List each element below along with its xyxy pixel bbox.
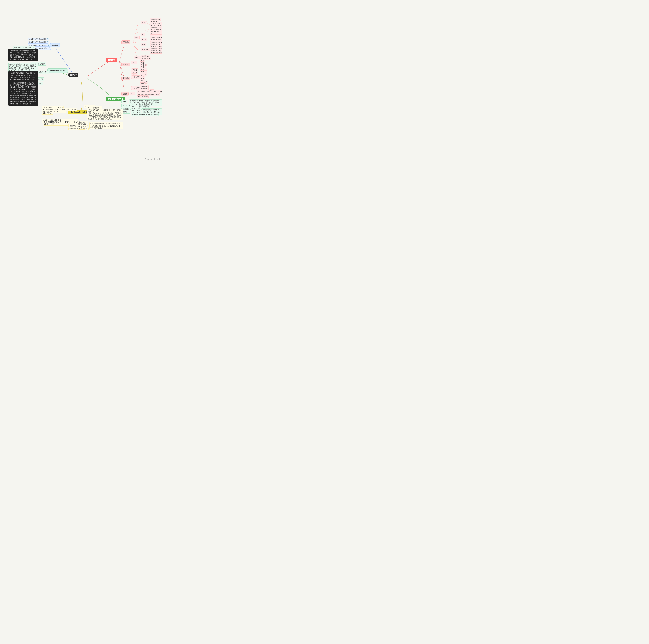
void-no-var: 不可以定义变量 xyxy=(137,95,148,98)
cpu-note: 存储模式取决于CPU硬件, 不取决于编译器 xyxy=(131,113,159,116)
ref-link-1[interactable]: 单精度浮点数转换为二进制 🔗 xyxy=(28,38,49,41)
svg-line-6 xyxy=(133,41,138,45)
long-long-type: long long xyxy=(141,48,150,51)
e-desc: 2^E表示阶数位 xyxy=(42,112,53,115)
void-types: 空类型 xyxy=(122,92,129,96)
float-storage-node: 浮点型在内存中的存储 xyxy=(69,110,89,114)
ieee-rule-3: 3 从内存中取出浮点数时, 指数E为全部0的情况 置为无穷小; 指数E为全部打出… xyxy=(87,116,123,120)
format-f-64: 格式符有%f, %f打印的是64位 🔗 xyxy=(13,46,36,49)
float-single-rule: 单精度浮点数 xyxy=(77,123,87,125)
construct-types: 构造类型 xyxy=(122,63,130,66)
svg-line-0 xyxy=(119,45,124,61)
float-store-rule: 存储规则 xyxy=(69,124,77,127)
center-node: 数据的存储 xyxy=(69,73,78,77)
yuanma: 原码 xyxy=(122,100,127,103)
svg-line-4 xyxy=(133,23,138,45)
mind-map-canvas: 数据的存储 参考链接 单精度浮点数转换为二进制 🔗 双精度浮点数转换为二进制 🔗… xyxy=(0,0,162,161)
void-keyword: void xyxy=(130,92,135,95)
long-type: long xyxy=(141,43,146,46)
svg-line-12 xyxy=(145,29,151,31)
ref-link-2[interactable]: 双精度浮点数转换为二进制 🔗 xyxy=(28,41,49,44)
printf-d-float-box: printf函数中所有float类型数据都会自动转化为double类型, 例如5… xyxy=(8,49,38,61)
printf-notes-node: printf函数打印注意点 xyxy=(47,69,68,73)
array-type: 数组 xyxy=(131,61,137,64)
printf-principle-box: printf 根据格式符来控制打印参数的多少位，例如格式符号不是^d那么打印的是… xyxy=(8,81,38,106)
integer-type: 整型 xyxy=(134,36,140,39)
svg-line-14 xyxy=(145,31,151,33)
struct-tag: struct tag xyxy=(140,68,147,71)
float-double-rule-desc: 存储的最高位是符号位S, 接着的11位是阶数位E, 剩下的52位为有效数字M xyxy=(89,125,123,129)
svg-line-7 xyxy=(133,45,138,50)
char-default-note: char默认是有符号还是无符号取决编译器，但是大部分编译器认为char是有符号的 xyxy=(150,22,162,35)
float-store-mode-label: 存储模式 xyxy=(78,127,86,130)
data-types-node: 数据类型 xyxy=(106,58,117,62)
int-type: int xyxy=(141,33,145,36)
footer: Presented with xmind xyxy=(145,158,160,160)
void-ptr-type: void* xyxy=(149,89,155,92)
ref-links-node: 参考链接 xyxy=(50,43,60,47)
union-tag: union tag xyxy=(140,70,147,73)
char-type: char xyxy=(141,21,146,24)
long-long-default: long long 默认为signed long long int xyxy=(150,51,162,54)
short-type: short xyxy=(141,38,147,41)
pointer-types: 指针类型 xyxy=(122,77,130,80)
float-category: 浮点型 xyxy=(134,56,141,59)
builtin-types: 内置类型 xyxy=(122,41,130,44)
